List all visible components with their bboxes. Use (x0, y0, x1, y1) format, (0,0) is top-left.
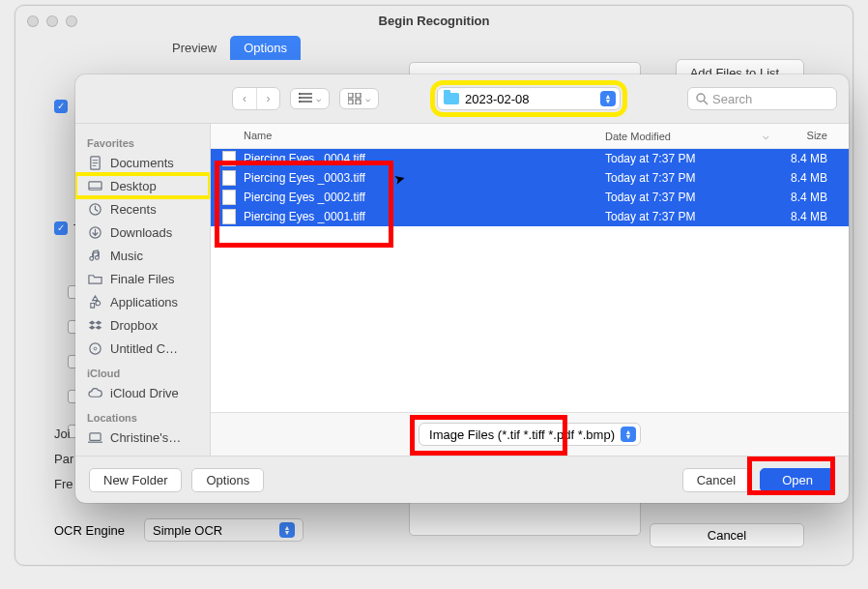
music-icon (87, 248, 102, 263)
file-name: Piercing Eyes _0001.tiff (244, 210, 605, 223)
chevron-updown-icon: ▲▼ (279, 522, 295, 538)
search-input[interactable]: Search (687, 87, 837, 110)
sidebar-item-label: Macintosh… (110, 454, 180, 456)
list-view-icon (299, 93, 312, 104)
sidebar-item-label: Downloads (110, 225, 172, 240)
chevron-down-icon: ⌵ (316, 94, 321, 103)
sidebar-item-finale-files[interactable]: Finale Files (75, 267, 210, 290)
open-button[interactable]: Open (760, 468, 835, 492)
traffic-lights (27, 15, 77, 27)
file-name: Piercing Eyes _0004.tiff (244, 152, 605, 165)
file-name: Piercing Eyes _0003.tiff (244, 171, 605, 185)
sidebar: Favorites DocumentsDesktopRecentsDownloa… (75, 124, 211, 456)
sidebar-item-untitled-c-[interactable]: Untitled C… (75, 337, 210, 360)
laptop-icon (87, 429, 102, 445)
file-size: 8.4 MB (769, 171, 837, 185)
file-area: Name Date Modified⌵ Size Piercing Eyes _… (211, 124, 849, 456)
sidebar-item-applications[interactable]: Applications (75, 290, 210, 313)
new-folder-button[interactable]: New Folder (89, 468, 182, 492)
sidebar-item-dropbox[interactable]: Dropbox (75, 313, 210, 337)
file-row[interactable]: Piercing Eyes _0004.tiffToday at 7:37 PM… (211, 149, 849, 168)
svg-point-17 (89, 342, 100, 353)
group-button[interactable]: ⌵ (339, 88, 379, 109)
file-size: 8.4 MB (769, 191, 837, 204)
grid-icon (348, 93, 362, 104)
zoom-window-icon[interactable] (66, 15, 77, 27)
file-row[interactable]: Piercing Eyes _0002.tiffToday at 7:37 PM… (211, 188, 849, 207)
svg-line-8 (704, 101, 708, 104)
checkbox-2[interactable] (54, 221, 68, 235)
checkbox-1[interactable] (54, 100, 68, 113)
sidebar-item-label: Applications (110, 295, 178, 309)
sidebar-item-macintosh-[interactable]: Macintosh… (75, 449, 210, 456)
options-button[interactable]: Options (191, 468, 264, 492)
cancel-button[interactable]: Cancel (682, 468, 750, 492)
folder-icon (87, 271, 102, 286)
sidebar-item-label: Untitled C… (110, 341, 178, 356)
file-type-select[interactable]: Image Files (*.tif *.tiff *.pdf *.bmp) ▲… (419, 423, 641, 446)
cancel-button[interactable]: Cancel (650, 523, 804, 547)
svg-rect-6 (356, 100, 361, 104)
cloud-icon (87, 385, 102, 400)
sidebar-item-desktop[interactable]: Desktop (75, 174, 210, 197)
sidebar-item-downloads[interactable]: Downloads (75, 221, 210, 244)
path-label: 2023-02-08 (465, 92, 530, 106)
file-list[interactable]: Piercing Eyes _0004.tiffToday at 7:37 PM… (211, 149, 849, 412)
ocr-engine-select[interactable]: Simple OCR ▲▼ (144, 518, 304, 542)
sidebar-section-favorites: Favorites (75, 130, 210, 151)
tab-preview[interactable]: Preview (159, 36, 230, 60)
ocr-engine-label: OCR Engine (54, 523, 125, 538)
nav-back-forward[interactable]: ‹ › (232, 87, 280, 110)
window-title: Begin Recognition (15, 6, 853, 36)
minimize-window-icon[interactable] (46, 15, 58, 27)
sidebar-item-recents[interactable]: Recents (75, 197, 210, 221)
file-size: 8.4 MB (769, 210, 837, 223)
desktop-icon (87, 178, 102, 193)
sidebar-item-label: Dropbox (110, 318, 158, 333)
svg-rect-19 (89, 432, 100, 440)
column-size[interactable]: Size (769, 130, 837, 142)
sidebar-item-christine-s-[interactable]: Christine's… (75, 426, 210, 449)
view-mode-button[interactable]: ⌵ (290, 88, 330, 109)
close-window-icon[interactable] (27, 15, 39, 27)
sidebar-item-documents[interactable]: Documents (75, 151, 210, 174)
svg-point-2 (299, 101, 301, 103)
sidebar-item-music[interactable]: Music (75, 244, 210, 267)
column-date[interactable]: Date Modified⌵ (605, 130, 769, 142)
file-row[interactable]: Piercing Eyes _0003.tiffToday at 7:37 PM… (211, 168, 849, 188)
search-icon (696, 93, 709, 105)
svg-rect-4 (356, 93, 361, 98)
svg-point-1 (299, 97, 301, 99)
file-date: Today at 7:37 PM (605, 152, 769, 165)
chevron-down-icon: ⌵ (365, 94, 370, 103)
sidebar-section-icloud: iCloud (75, 360, 210, 381)
sidebar-item-label: Christine's… (110, 430, 181, 445)
parent-tabs: Preview Options (159, 36, 853, 60)
apps-icon (87, 294, 102, 309)
svg-point-0 (299, 93, 301, 95)
left-labels: Joi Par Fre (54, 422, 73, 497)
path-control[interactable]: 2023-02-08 ▲▼ (437, 87, 621, 110)
chevron-updown-icon: ▲▼ (621, 427, 636, 442)
folder-icon (444, 93, 459, 104)
file-date: Today at 7:37 PM (605, 171, 769, 185)
sidebar-item-icloud-drive[interactable]: iCloud Drive (75, 381, 210, 404)
svg-point-18 (94, 347, 97, 350)
dialog-footer: New Folder Options Cancel Open (75, 456, 849, 503)
back-icon[interactable]: ‹ (233, 88, 256, 109)
file-name: Piercing Eyes _0002.tiff (244, 191, 605, 204)
file-icon (222, 209, 236, 224)
forward-icon[interactable]: › (256, 88, 279, 109)
tab-options[interactable]: Options (230, 36, 301, 60)
file-row[interactable]: Piercing Eyes _0001.tiffToday at 7:37 PM… (211, 207, 849, 226)
sidebar-item-label: Documents (110, 156, 174, 170)
file-date: Today at 7:37 PM (605, 191, 769, 204)
column-name[interactable]: Name (222, 130, 605, 142)
chevron-updown-icon: ▲▼ (600, 91, 616, 106)
dropbox-icon (87, 317, 102, 333)
sidebar-item-label: Music (110, 249, 143, 263)
download-icon (87, 224, 102, 240)
sidebar-item-label: Recents (110, 202, 157, 217)
file-date: Today at 7:37 PM (605, 210, 769, 223)
file-icon (222, 151, 236, 166)
